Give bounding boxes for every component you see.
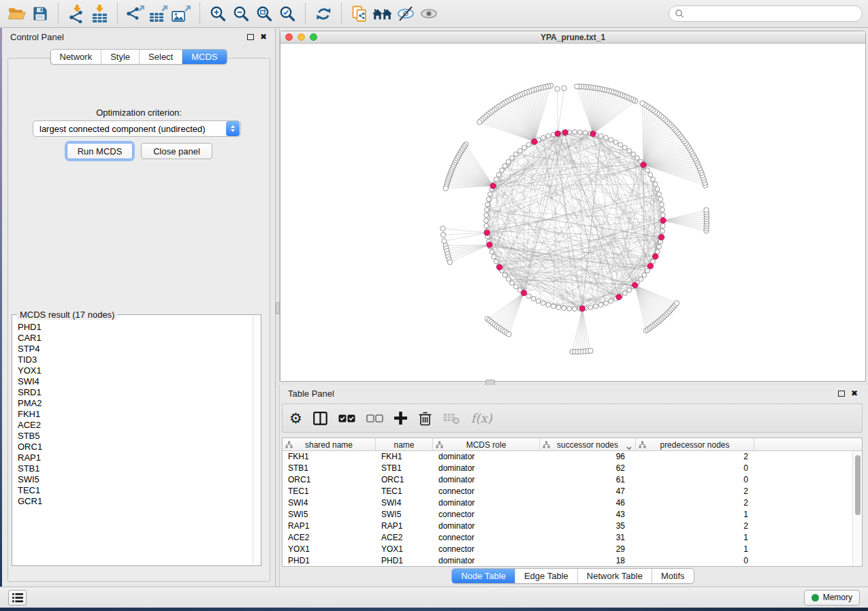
ring-node[interactable]	[659, 202, 664, 207]
column-header-successor-nodes[interactable]: successor nodes	[540, 438, 636, 451]
tab-mcds[interactable]: MCDS	[182, 50, 226, 64]
table-row[interactable]: ACE2ACE2connector311	[283, 532, 852, 544]
ring-node[interactable]	[648, 172, 653, 177]
satellite-node[interactable]	[507, 331, 511, 336]
ring-node[interactable]	[522, 146, 527, 150]
table-row[interactable]: SWI4SWI4dominator462	[283, 497, 852, 509]
ring-node[interactable]	[627, 148, 632, 153]
refresh-view-button[interactable]	[312, 3, 335, 24]
ring-node[interactable]	[513, 284, 518, 289]
network-canvas[interactable]	[280, 44, 865, 381]
zoom-selected-button[interactable]	[276, 3, 299, 24]
mcds-dominator-node[interactable]	[487, 242, 492, 248]
hide-selected-button[interactable]	[394, 3, 417, 24]
ring-node[interactable]	[513, 152, 518, 156]
ring-node[interactable]	[484, 223, 489, 228]
mcds-result-item[interactable]: FKH1	[13, 409, 253, 420]
satellite-node[interactable]	[640, 101, 645, 105]
tab-network[interactable]: Network	[50, 50, 101, 64]
ring-node[interactable]	[492, 254, 496, 259]
ring-node[interactable]	[604, 135, 609, 140]
mcds-list-scrollbar[interactable]	[253, 316, 260, 565]
ring-node[interactable]	[502, 273, 507, 278]
export-table-button[interactable]	[147, 3, 170, 24]
ring-node[interactable]	[506, 277, 511, 282]
table-row[interactable]: SWI5SWI5connector431	[283, 509, 852, 521]
mcds-result-item[interactable]: SWI5	[13, 474, 253, 485]
column-header-shared-name[interactable]: shared name	[283, 438, 376, 451]
satellite-node[interactable]	[704, 208, 709, 212]
ring-node[interactable]	[551, 304, 556, 309]
ring-node[interactable]	[639, 277, 643, 282]
mcds-result-item[interactable]: SWI4	[13, 376, 253, 387]
search-input[interactable]	[684, 9, 856, 18]
mcds-dominator-node[interactable]	[532, 139, 537, 144]
ring-node[interactable]	[594, 304, 598, 309]
satellite-node[interactable]	[575, 84, 579, 88]
mcds-dominator-node[interactable]	[562, 130, 568, 135]
ring-node[interactable]	[517, 148, 522, 153]
table-row[interactable]: STB1STB1dominator620	[283, 463, 852, 474]
ring-node[interactable]	[496, 172, 501, 177]
ring-node[interactable]	[489, 250, 494, 254]
mcds-result-item[interactable]: YOX1	[13, 365, 253, 376]
mcds-dominator-node[interactable]	[497, 265, 502, 270]
mcds-dominator-node[interactable]	[490, 183, 496, 188]
mcds-result-item[interactable]: PMA2	[13, 398, 253, 409]
ring-node[interactable]	[598, 133, 603, 138]
float-panel-icon[interactable]	[247, 34, 254, 40]
close-panel-button[interactable]: Close panel	[141, 143, 212, 159]
table-row[interactable]: PHD1PHD1dominator180	[283, 555, 852, 566]
tab-network-table[interactable]: Network Table	[577, 569, 652, 583]
mcds-dominator-node[interactable]	[658, 235, 664, 240]
deselect-all-rows-button[interactable]	[366, 408, 383, 429]
table-scrollbar[interactable]	[852, 451, 862, 566]
mcds-dominator-node[interactable]	[590, 131, 596, 137]
column-header-MCDS-role[interactable]: MCDS role	[433, 438, 540, 451]
ring-node[interactable]	[484, 213, 489, 218]
ring-node[interactable]	[486, 197, 491, 201]
ring-node[interactable]	[653, 182, 658, 186]
column-header-predecessor-nodes[interactable]: predecessor nodes	[636, 438, 754, 451]
satellite-node[interactable]	[555, 86, 560, 91]
ring-node[interactable]	[502, 163, 507, 168]
mcds-result-item[interactable]: STB1	[13, 463, 253, 474]
ring-node[interactable]	[556, 305, 561, 310]
mcds-result-item[interactable]: SRD1	[13, 387, 253, 398]
show-hide-columns-button[interactable]	[313, 408, 327, 429]
column-header-name[interactable]: name	[376, 438, 433, 451]
ring-node[interactable]	[660, 223, 665, 228]
mcds-result-item[interactable]: GCR1	[13, 496, 253, 507]
ring-node[interactable]	[622, 291, 627, 296]
tab-motifs[interactable]: Motifs	[652, 569, 694, 583]
memory-button[interactable]: Memory	[804, 590, 860, 606]
zoom-fit-button[interactable]	[253, 3, 276, 24]
zoom-out-button[interactable]	[229, 3, 253, 24]
mcds-dominator-node[interactable]	[660, 218, 666, 223]
task-manager-button[interactable]	[8, 590, 27, 606]
ring-node[interactable]	[573, 307, 577, 312]
ring-node[interactable]	[645, 168, 650, 173]
ring-node[interactable]	[609, 299, 613, 303]
ring-node[interactable]	[613, 139, 618, 144]
optimization-criterion-select[interactable]: largest connected component (undirected)	[33, 120, 241, 137]
ring-node[interactable]	[660, 208, 665, 212]
ring-node[interactable]	[618, 142, 623, 147]
show-all-button[interactable]	[417, 3, 440, 24]
import-table-button[interactable]	[88, 3, 111, 24]
clone-network-button[interactable]	[348, 3, 371, 24]
table-body[interactable]: FKH1FKH1dominator962STB1STB1dominator620…	[283, 451, 852, 566]
satellite-node[interactable]	[443, 186, 448, 191]
zoom-in-button[interactable]	[206, 3, 229, 24]
mcds-dominator-node[interactable]	[632, 282, 637, 288]
ring-node[interactable]	[588, 305, 593, 310]
satellite-node[interactable]	[674, 301, 679, 306]
ring-node[interactable]	[485, 202, 490, 207]
table-row[interactable]: FKH1FKH1dominator962	[283, 451, 852, 463]
mcds-dominator-node[interactable]	[647, 263, 653, 269]
ring-node[interactable]	[651, 177, 656, 182]
table-scrollbar-thumb[interactable]	[855, 455, 861, 515]
ring-node[interactable]	[494, 177, 498, 182]
satellite-node[interactable]	[588, 348, 593, 353]
table-row[interactable]: YOX1YOX1connector291	[283, 544, 852, 555]
